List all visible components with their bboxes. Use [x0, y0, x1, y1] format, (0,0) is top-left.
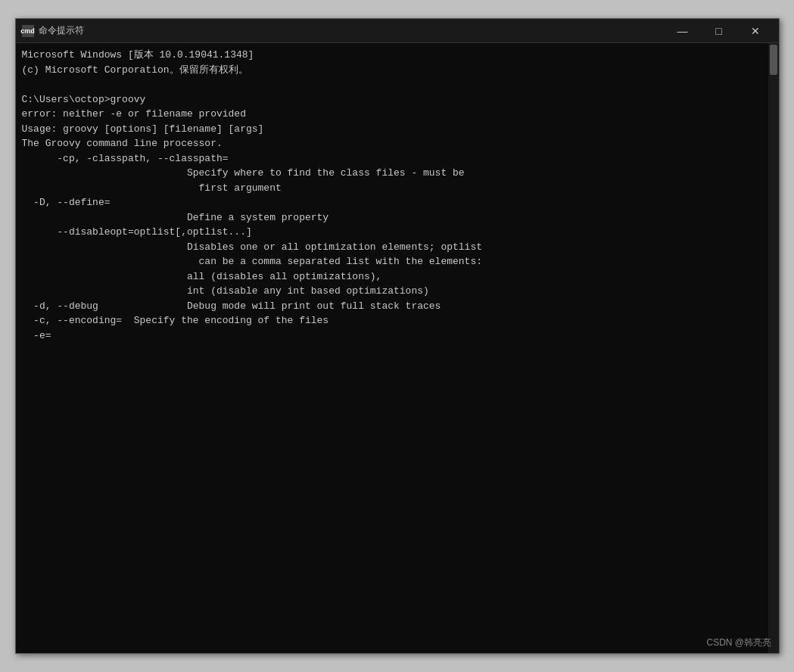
content-area: Microsoft Windows [版本 10.0.19041.1348] (…	[16, 43, 779, 653]
scrollbar[interactable]	[768, 43, 779, 653]
close-button[interactable]: ✕	[738, 20, 773, 42]
minimize-button[interactable]: —	[665, 20, 700, 42]
maximize-button[interactable]: □	[702, 20, 736, 42]
scrollbar-thumb[interactable]	[770, 45, 777, 75]
window-icon: cmd	[22, 25, 34, 37]
terminal-output[interactable]: Microsoft Windows [版本 10.0.19041.1348] (…	[16, 43, 768, 653]
terminal-window: cmd 命令提示符 — □ ✕ Microsoft Windows [版本 10…	[15, 18, 780, 654]
window-title: 命令提示符	[39, 24, 665, 37]
window-controls: — □ ✕	[665, 20, 773, 42]
titlebar: cmd 命令提示符 — □ ✕	[16, 19, 779, 43]
watermark: CSDN @韩亮亮	[706, 636, 771, 649]
cmd-icon-text: cmd	[20, 27, 35, 35]
